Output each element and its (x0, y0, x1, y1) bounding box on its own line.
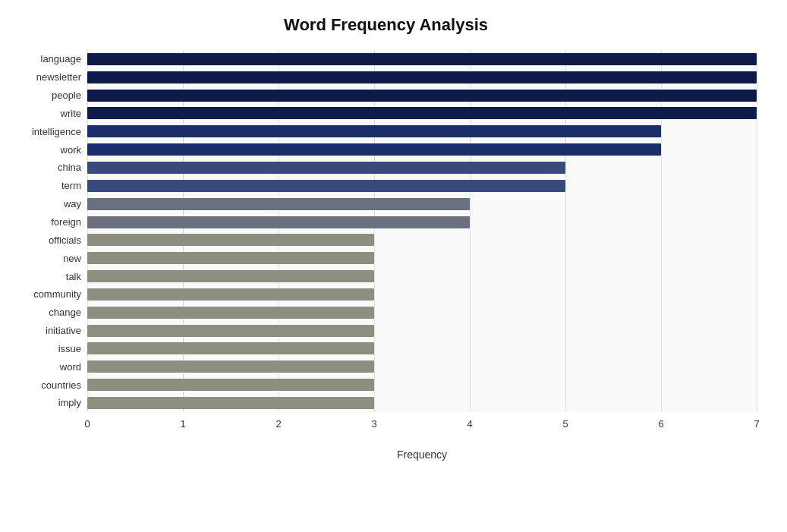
y-label: new (63, 253, 81, 263)
x-tick: 7 (754, 418, 759, 430)
x-tick: 4 (467, 418, 472, 430)
bar-row (87, 249, 757, 267)
bar (87, 216, 470, 228)
y-label: language (41, 54, 82, 64)
bar (87, 198, 470, 210)
y-label: newsletter (36, 72, 81, 82)
bar (87, 162, 565, 174)
bar-row (87, 177, 757, 195)
bar-row (87, 50, 757, 68)
x-tick: 3 (371, 418, 376, 430)
plot-area (87, 50, 757, 412)
bar (87, 53, 757, 65)
x-tick: 6 (658, 418, 663, 430)
y-label: foreign (51, 217, 81, 227)
bar-row (87, 122, 757, 140)
y-label: work (61, 145, 81, 155)
y-label: write (61, 109, 81, 118)
bars-section: languagenewsletterpeoplewriteintelligenc… (15, 50, 757, 412)
bar-row (87, 231, 757, 249)
bar-row (87, 357, 757, 376)
y-label: china (58, 162, 81, 172)
bar-row (87, 140, 757, 159)
y-label: change (49, 307, 81, 317)
bar (87, 379, 374, 391)
bar-row (87, 159, 757, 177)
bar (87, 107, 757, 119)
y-label: countries (41, 380, 81, 390)
bar (87, 143, 661, 156)
x-tick: 0 (84, 418, 90, 430)
y-label: issue (58, 344, 81, 354)
bar-row (87, 376, 757, 394)
y-label: initiative (46, 326, 81, 335)
bar-row (87, 87, 757, 105)
bar-row (87, 213, 757, 231)
y-label: community (33, 289, 81, 299)
bar (87, 180, 565, 192)
bar (87, 71, 757, 83)
y-label: people (52, 90, 81, 100)
bar-row (87, 285, 757, 304)
x-tick: 5 (562, 418, 568, 430)
grid-line (757, 50, 757, 412)
bar (87, 252, 374, 264)
bar (87, 325, 374, 337)
x-axis: 01234567 (87, 412, 757, 427)
bar (87, 125, 661, 137)
y-label: way (64, 199, 81, 209)
chart-title: Word Frequency Analysis (15, 15, 757, 35)
bar (87, 307, 374, 319)
x-axis-label: Frequency (87, 449, 757, 461)
bar (87, 397, 374, 409)
bar-row (87, 304, 757, 322)
y-labels: languagenewsletterpeoplewriteintelligenc… (15, 50, 87, 412)
bars-wrapper (87, 50, 757, 412)
chart-container: Word Frequency Analysis languagenewslett… (0, 0, 787, 532)
bar (87, 288, 374, 301)
bar (87, 234, 374, 246)
bar (87, 342, 374, 354)
y-label: intelligence (32, 127, 81, 137)
y-label: imply (58, 398, 81, 408)
bar (87, 270, 374, 282)
bar-row (87, 340, 757, 358)
y-label: word (60, 362, 81, 372)
bar-row (87, 195, 757, 213)
y-label: talk (66, 272, 81, 282)
bar-row (87, 394, 757, 412)
y-label: term (61, 181, 81, 190)
y-label: officials (49, 235, 81, 245)
bar (87, 90, 757, 102)
x-tick: 1 (180, 418, 185, 430)
bar-row (87, 322, 757, 340)
bar-row (87, 105, 757, 123)
bar-row (87, 267, 757, 285)
chart-area: languagenewsletterpeoplewriteintelligenc… (15, 50, 757, 461)
x-tick: 2 (275, 418, 281, 430)
bar-row (87, 68, 757, 87)
bar (87, 360, 374, 373)
